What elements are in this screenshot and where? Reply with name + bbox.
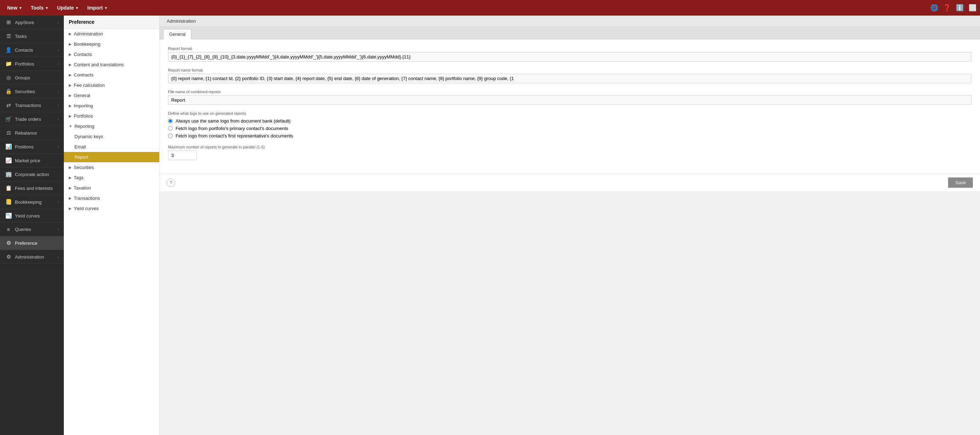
pref-item-contracts[interactable]: ▶ Contracts [64, 70, 159, 80]
pref-item-securities[interactable]: ▶ Securities [64, 162, 159, 173]
contracts-tri: ▶ [69, 73, 72, 77]
logo-radio-default[interactable] [168, 119, 173, 123]
pref-item-bookkeeping[interactable]: ▶ Bookkeeping [64, 39, 159, 49]
logo-option-contact[interactable]: Fetch logo from contact's first represen… [168, 133, 972, 138]
pref-item-feecalc[interactable]: ▶ Fee calculation [64, 80, 159, 90]
help-icon-label: ? [169, 180, 172, 185]
file-name-label: File name of combined reports [168, 90, 972, 94]
logo-option-default[interactable]: Always use the same logo from document b… [168, 118, 972, 124]
feesandinterests-label: Fees and interests [15, 186, 53, 191]
taxation-tri: ▶ [69, 186, 72, 190]
pref-item-tags[interactable]: ▶ Tags [64, 173, 159, 183]
securities-icon: 🔒 [5, 88, 12, 95]
marketprice-icon: 📈 [5, 157, 12, 164]
new-menu[interactable]: New ▼ [3, 3, 26, 13]
help-question-icon[interactable]: ? [167, 179, 175, 187]
logo-option-portfolio[interactable]: Fetch logo from portfolio's primary cont… [168, 126, 972, 131]
globe-icon[interactable]: 🌐 [931, 4, 938, 12]
pref-item-taxation[interactable]: ▶ Taxation [64, 183, 159, 193]
portfolios-tri: ▶ [69, 114, 72, 118]
report-format-input[interactable] [168, 52, 972, 62]
pref-item-reporting[interactable]: ▼ Reporting [64, 121, 159, 132]
sidebar-item-positions[interactable]: 📊 Positions › [0, 140, 64, 154]
import-menu[interactable]: Import ▼ [84, 3, 111, 13]
file-name-input[interactable] [168, 95, 972, 105]
sidebar-item-contacts[interactable]: 👤 Contacts › [0, 43, 64, 57]
bookkeeping-label: Bookkeeping [15, 199, 41, 205]
window-icon[interactable]: ⬜ [969, 4, 977, 12]
pref-sidebar-header: Preference [64, 16, 159, 29]
sidebar-item-tasks[interactable]: ☰ Tasks [0, 29, 64, 43]
preference-label: Preference [15, 241, 38, 246]
contacts-label: Contacts [15, 48, 33, 53]
report-name-format-input[interactable] [168, 74, 972, 83]
update-menu[interactable]: Update ▼ [54, 3, 82, 13]
reporting-tri: ▼ [69, 124, 72, 128]
transactions-arrow: › [58, 103, 59, 107]
sidebar-item-feesandinterests[interactable]: 📋 Fees and interests [0, 181, 64, 195]
sidebar-item-marketprice[interactable]: 📈 Market price [0, 154, 64, 168]
pref-item-yieldcurves[interactable]: ▶ Yield curves [64, 203, 159, 214]
feesandinterests-icon: 📋 [5, 185, 12, 191]
breadcrumb-text: Administration [167, 18, 196, 24]
pref-item-email[interactable]: Email [64, 142, 159, 152]
sidebar-item-administration[interactable]: ⚙ Administration › [0, 250, 64, 264]
importing-tree-label: Importing [74, 103, 93, 108]
general-tri: ▶ [69, 94, 72, 97]
tab-general[interactable]: General [163, 29, 191, 39]
pref-item-administration[interactable]: ▶ Administration [64, 29, 159, 39]
sidebar-item-yieldcurves[interactable]: 📉 Yield curves [0, 209, 64, 223]
info-icon[interactable]: ℹ️ [956, 4, 964, 12]
sidebar-item-bookkeeping[interactable]: 📒 Bookkeeping › [0, 195, 64, 209]
save-button[interactable]: Save [948, 178, 973, 188]
yieldcurves-tree-label: Yield curves [74, 206, 99, 211]
pref-item-portfolios[interactable]: ▶ Portfolios [64, 111, 159, 121]
general-tree-label: General [74, 93, 90, 98]
sidebar-item-transactions[interactable]: ⇄ Transactions › [0, 98, 64, 112]
groups-label: Groups [15, 75, 30, 80]
update-arrow: ▼ [75, 6, 79, 10]
sidebar-item-queries[interactable]: ≡ Queries › [0, 223, 64, 236]
bookkeeping-arrow: › [58, 200, 59, 204]
pref-item-dynamickeys[interactable]: Dynamic keys [64, 132, 159, 142]
pref-item-content[interactable]: ▶ Content and translations [64, 60, 159, 70]
sidebar-item-appstore[interactable]: ⊞ AppStore › [0, 16, 64, 29]
pref-item-transactions[interactable]: ▶ Transactions [64, 193, 159, 203]
appstore-arrow: › [58, 21, 59, 24]
sidebar-item-portfolios[interactable]: 📁 Portfolios › [0, 57, 64, 71]
sidebar-item-groups[interactable]: ◎ Groups [0, 71, 64, 85]
sidebar-item-rebalance[interactable]: ⚖ Rebalance [0, 126, 64, 140]
sidebar-item-preference[interactable]: ⚙ Preference [0, 236, 64, 250]
logo-contact-label: Fetch logo from contact's first represen… [175, 133, 293, 138]
tools-menu[interactable]: Tools ▼ [27, 3, 52, 13]
pref-item-importing[interactable]: ▶ Importing [64, 101, 159, 111]
pref-item-report[interactable]: Report [64, 152, 159, 162]
groups-icon: ◎ [5, 75, 12, 81]
logo-group: Define what logo to use on generated rep… [168, 111, 972, 138]
transactions-tree-label: Transactions [74, 195, 100, 201]
administration-arrow: › [58, 255, 59, 259]
sidebar-item-securities[interactable]: 🔒 Securities › [0, 85, 64, 98]
reporting-tree-label: Reporting [75, 124, 94, 129]
sidebar-item-corporateaction[interactable]: 🏢 Corporate action [0, 168, 64, 181]
tasks-icon: ☰ [5, 33, 12, 39]
appstore-label: AppStore [15, 20, 34, 25]
securities-label: Securities [15, 89, 35, 94]
max-parallel-input[interactable] [168, 151, 196, 160]
pref-item-contacts[interactable]: ▶ Contacts [64, 49, 159, 60]
help-icon[interactable]: ❓ [943, 4, 951, 12]
report-tree-label: Report [75, 154, 88, 160]
feecalc-tri: ▶ [69, 83, 72, 87]
import-arrow: ▼ [104, 6, 108, 10]
pref-item-general[interactable]: ▶ General [64, 90, 159, 101]
tasks-label: Tasks [15, 34, 27, 39]
logo-radio-contact[interactable] [168, 133, 173, 138]
tools-arrow: ▼ [45, 6, 49, 10]
footer-bar: ? Save [159, 173, 980, 191]
portfolios-arrow: › [58, 62, 59, 66]
queries-label: Queries [15, 227, 31, 232]
corporateaction-icon: 🏢 [5, 171, 12, 178]
sidebar-item-tradeorders[interactable]: 🛒 Trade orders › [0, 112, 64, 126]
logo-radio-portfolio[interactable] [168, 126, 173, 131]
top-nav: New ▼ Tools ▼ Update ▼ Import ▼ 🌐 ❓ ℹ️ ⬜ [0, 0, 980, 16]
